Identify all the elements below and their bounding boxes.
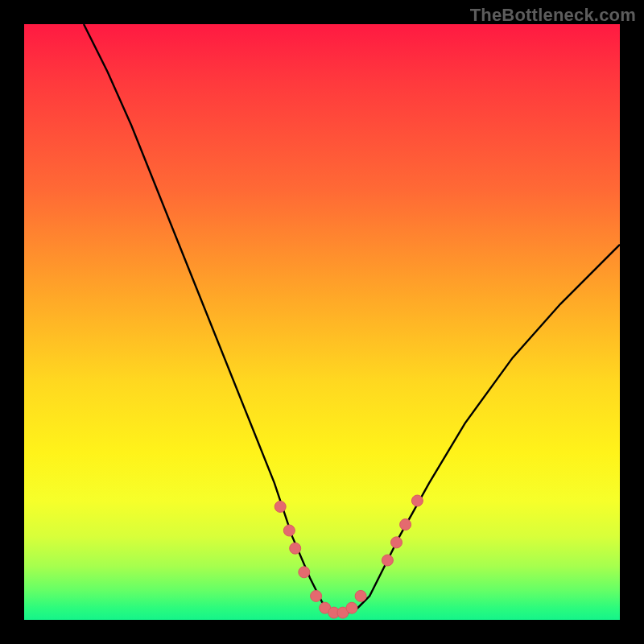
curve-marker [391, 537, 402, 548]
curve-marker [290, 543, 301, 554]
curve-marker [283, 525, 295, 536]
curve-marker [400, 519, 411, 530]
curve-marker [355, 590, 366, 601]
bottleneck-curve [84, 24, 620, 614]
watermark-text: TheBottleneck.com [470, 5, 636, 26]
chart-svg [24, 24, 620, 620]
chart-frame [24, 24, 620, 620]
curve-marker [346, 602, 357, 613]
curve-marker [311, 590, 322, 601]
curve-marker [382, 555, 393, 566]
curve-markers [275, 495, 423, 618]
curve-marker [275, 501, 286, 512]
curve-marker [299, 567, 310, 578]
curve-marker [411, 495, 423, 506]
